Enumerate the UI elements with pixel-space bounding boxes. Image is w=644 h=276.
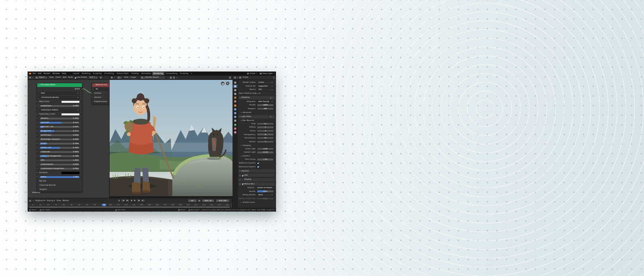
output-input-displacement[interactable]: Displacement bbox=[92, 100, 110, 104]
bsdf-row-clearcoat[interactable]: Clearcoat:0.000 bbox=[37, 150, 82, 154]
dropdown[interactable]: Subsurface Radius▾ bbox=[39, 109, 80, 112]
bsdf-row-specular[interactable]: Specular:0.555 bbox=[37, 120, 82, 125]
bsdf-row-anisotropic[interactable]: Anisotropic:0.000 bbox=[37, 133, 82, 137]
bsdf-row-subsurface[interactable]: Subsurface:0.000 bbox=[37, 104, 82, 108]
slider[interactable]: Clearcoat:0.000 bbox=[39, 151, 80, 153]
output-input-volume[interactable]: Volume bbox=[92, 95, 110, 100]
simplify-checkbox[interactable] bbox=[241, 179, 243, 181]
bsdf-row-subsurface-color[interactable]: Subsurface Color bbox=[37, 112, 82, 116]
presets-icon[interactable]: ▤ – bbox=[270, 116, 274, 118]
color-swatch[interactable] bbox=[61, 100, 80, 103]
bsdf-row-normal[interactable]: Normal bbox=[37, 179, 82, 183]
play-button[interactable]: ▶ bbox=[133, 199, 136, 202]
properties-tab-modifiers[interactable] bbox=[233, 107, 238, 111]
principled-bsdf-node[interactable]: ▾Principled BSDFBSDFGGX▾Christensen-Burl… bbox=[37, 83, 82, 192]
section-light-paths[interactable]: ▾Light Paths▤ – bbox=[239, 115, 275, 118]
bsdf-node-header[interactable]: ▾Principled BSDF bbox=[37, 83, 82, 87]
input-socket[interactable] bbox=[36, 134, 38, 135]
rolling-shutter-dur-field[interactable]: 0.10 bbox=[257, 197, 274, 200]
bsdf-row-sheen[interactable]: Sheen:0.168 bbox=[37, 141, 82, 146]
input-socket[interactable] bbox=[36, 143, 38, 144]
new-image-icon[interactable]: ＋ bbox=[167, 77, 169, 79]
input-socket[interactable] bbox=[36, 138, 38, 140]
refractive-caustics-checkbox[interactable] bbox=[257, 166, 259, 168]
slider[interactable]: Transmission:0.000 bbox=[39, 163, 80, 166]
record-button[interactable]: ● bbox=[118, 199, 120, 202]
jump-end-button[interactable]: ▶❘ bbox=[141, 199, 145, 202]
properties-tab-material[interactable] bbox=[233, 127, 238, 130]
properties-tab-object-data[interactable] bbox=[233, 123, 238, 126]
use-nodes-toggle[interactable]: Use Nodes bbox=[74, 77, 87, 79]
bsdf-row-tangent[interactable]: Tangent bbox=[37, 187, 82, 192]
menu-file[interactable]: File bbox=[33, 73, 36, 75]
section-motion-blur[interactable]: ▾Motion Blur bbox=[239, 182, 275, 186]
pan-hand-button[interactable] bbox=[221, 82, 225, 85]
properties-tab-tool[interactable] bbox=[233, 81, 238, 84]
transparency-field[interactable]: 8 bbox=[257, 133, 274, 136]
slider[interactable]: Sheen:0.168 bbox=[39, 142, 80, 145]
feature-set-dropdown[interactable]: Supported▾ bbox=[257, 85, 274, 88]
slider[interactable]: Specular Tint:0.091 bbox=[39, 125, 80, 128]
current-frame-indicator[interactable]: 92 bbox=[102, 204, 106, 206]
target-dropdown[interactable]: All bbox=[94, 88, 108, 91]
object-mode-dropdown[interactable]: Object ▾ bbox=[34, 76, 48, 79]
slot-dropdown[interactable]: Slot 1 ▾ bbox=[88, 76, 98, 79]
dropdown[interactable]: Christensen-Burley▾ bbox=[39, 96, 80, 99]
bsdf-row-transmission[interactable]: Transmission:0.000 bbox=[37, 162, 82, 166]
transmission-field[interactable]: 12 bbox=[257, 137, 274, 140]
slider[interactable]: Sheen Tint:0.500 bbox=[39, 146, 80, 149]
bsdf-row-emission[interactable]: Emission bbox=[37, 171, 82, 175]
color-swatch[interactable] bbox=[61, 171, 80, 174]
bsdf-row-transmission-roughness[interactable]: Transmission Roughness:0.000 bbox=[37, 166, 82, 171]
input-socket[interactable] bbox=[36, 164, 38, 165]
menu-help[interactable]: Help bbox=[62, 73, 66, 75]
use-nodes-checkbox[interactable] bbox=[74, 77, 77, 79]
input-socket[interactable] bbox=[36, 101, 38, 102]
render-field[interactable]: 3000 bbox=[257, 104, 274, 107]
properties-tab-world[interactable] bbox=[233, 100, 238, 103]
input-socket[interactable] bbox=[36, 109, 38, 110]
input-socket[interactable] bbox=[36, 172, 38, 173]
properties-tab-physics[interactable] bbox=[233, 115, 238, 119]
input-socket[interactable] bbox=[36, 151, 38, 152]
timeline-menu-playback[interactable]: Playback ▾ bbox=[35, 200, 45, 202]
slider[interactable]: Specular:0.555 bbox=[39, 121, 80, 124]
render-engine-dropdown[interactable]: Cycles▾ bbox=[257, 81, 274, 84]
workspace-tab-animation[interactable]: Animation bbox=[140, 72, 152, 76]
input-socket[interactable] bbox=[91, 97, 92, 98]
workspace-tab-compositing[interactable]: Compositing bbox=[164, 72, 179, 76]
bsdf-row-subsurface-radius[interactable]: Subsurface Radius▾ bbox=[37, 108, 82, 112]
subsection-advanced[interactable]: ▸Advanced bbox=[239, 111, 275, 114]
input-socket[interactable] bbox=[91, 101, 92, 102]
workspace-tab-shading[interactable]: Shading bbox=[130, 72, 140, 76]
bsdf-row-metallic[interactable]: Metallic:0.000 bbox=[37, 116, 82, 120]
section-volumes[interactable]: ▸Volumes bbox=[239, 169, 275, 173]
slider[interactable]: Alpha:1.000 bbox=[39, 176, 80, 179]
subsection-clamping[interactable]: ▾Clamping bbox=[239, 144, 275, 147]
properties-tab-scene[interactable] bbox=[233, 96, 238, 100]
shader-menu-view[interactable]: View bbox=[49, 77, 54, 79]
menu-render[interactable]: Render bbox=[43, 73, 50, 75]
workspace-tab-texture-paint[interactable]: Texture Paint bbox=[115, 72, 130, 76]
input-socket[interactable] bbox=[91, 92, 92, 94]
section-simplify[interactable]: ▸Simplify bbox=[239, 178, 275, 181]
device-dropdown[interactable]: CPU▾ bbox=[257, 88, 274, 91]
menu-edit[interactable]: Edit bbox=[38, 73, 42, 75]
frame-end-field[interactable]: End250 bbox=[216, 199, 230, 202]
current-frame-field[interactable]: 92 bbox=[188, 199, 197, 202]
bsdf-row-base-color[interactable]: Base Color bbox=[37, 100, 82, 104]
bsdf-output-socket[interactable] bbox=[81, 88, 82, 89]
reflective-caustics-checkbox[interactable] bbox=[257, 162, 259, 164]
image-editor-type-icon[interactable] bbox=[111, 77, 113, 79]
slider[interactable]: Anisotropic:0.000 bbox=[39, 134, 80, 137]
render-result-view[interactable] bbox=[110, 80, 232, 198]
open-image-icon[interactable] bbox=[170, 77, 172, 79]
position-dropdown[interactable]: Center on Frame▾ bbox=[256, 187, 274, 189]
rolling-shutter-dropdown[interactable]: None▾ bbox=[257, 194, 274, 197]
properties-tab-view-layer[interactable] bbox=[233, 92, 238, 96]
shader-editor-type-icon[interactable] bbox=[29, 77, 31, 79]
workspace-tab-scripting[interactable]: Scripting bbox=[179, 72, 189, 76]
direct-light-field[interactable]: 0.00 bbox=[257, 148, 274, 151]
display-channels-icon[interactable] bbox=[229, 77, 231, 79]
properties-tab-texture[interactable] bbox=[233, 130, 238, 134]
